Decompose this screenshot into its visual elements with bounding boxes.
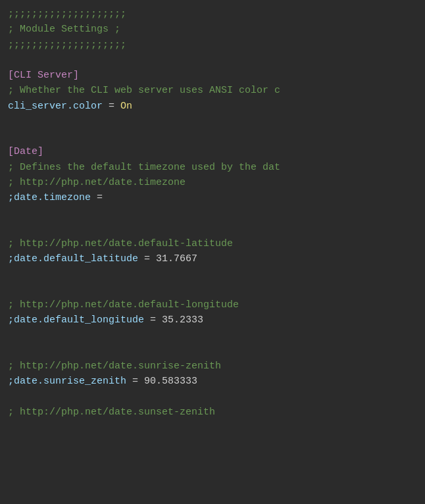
code-line — [8, 53, 417, 68]
code-token: 35.2333 — [162, 315, 203, 326]
code-token: ; Whether the CLI web server uses ANSI c… — [8, 85, 280, 96]
code-line: ;date.sunrise_zenith = 90.583333 — [8, 374, 417, 389]
code-line — [8, 221, 417, 236]
code-token: = — [103, 101, 120, 112]
code-token: cli_server.color — [8, 101, 103, 112]
code-token: ; http://php.net/date.sunset-zenith — [8, 407, 215, 418]
code-token: ;date.sunrise_zenith — [8, 376, 126, 387]
code-token: ;;;;;;;;;;;;;;;;;;;; — [8, 39, 126, 51]
code-token: ;date.timezone — [8, 192, 91, 203]
code-token: ;date.default_longitude — [8, 315, 144, 326]
code-line: ; http://php.net/date.default-latitude — [8, 236, 417, 251]
code-line: ;date.default_latitude = 31.7667 — [8, 251, 417, 266]
code-line: ;;;;;;;;;;;;;;;;;;;; — [8, 38, 417, 53]
code-token: ; Module Settings ; — [8, 24, 120, 35]
code-line: ; Defines the default timezone used by t… — [8, 160, 417, 175]
code-line — [8, 205, 417, 220]
code-line: ;date.default_longitude = 35.2333 — [8, 313, 417, 328]
code-token: = — [138, 253, 156, 265]
code-line — [8, 328, 417, 343]
code-token: = — [126, 376, 144, 387]
code-line: ; Whether the CLI web server uses ANSI c… — [8, 83, 417, 98]
code-token: ; Defines the default timezone used by t… — [8, 162, 280, 173]
code-token: ; http://php.net/date.default-latitude — [8, 238, 233, 249]
code-line: [Date] — [8, 144, 417, 159]
code-token: ;;;;;;;;;;;;;;;;;;;; — [8, 9, 126, 20]
code-line: ; http://php.net/date.default-longitude — [8, 297, 417, 313]
code-token: 90.583333 — [144, 376, 197, 387]
code-line: ; http://php.net/date.sunrise-zenith — [8, 359, 417, 374]
code-line: ;;;;;;;;;;;;;;;;;;;; — [8, 7, 417, 22]
code-token: = — [144, 315, 162, 326]
code-line: ; Module Settings ; — [8, 22, 417, 37]
code-line: ;date.timezone = — [8, 190, 417, 205]
code-line — [8, 282, 417, 297]
code-token: ;date.default_latitude — [8, 253, 138, 265]
code-token: = — [91, 192, 103, 203]
code-line: ; http://php.net/date.timezone — [8, 175, 417, 190]
code-line: ; http://php.net/date.sunset-zenith — [8, 405, 417, 420]
code-token: ; http://php.net/date.sunrise-zenith — [8, 361, 221, 372]
code-line — [8, 389, 417, 404]
code-line: [CLI Server] — [8, 68, 417, 83]
code-line: cli_server.color = On — [8, 99, 417, 114]
code-editor: ;;;;;;;;;;;;;;;;;;;;; Module Settings ;;… — [0, 0, 425, 504]
code-line — [8, 129, 417, 144]
code-line — [8, 266, 417, 282]
code-token: ; http://php.net/date.timezone — [8, 177, 186, 188]
code-token: [Date] — [8, 146, 43, 157]
code-token: 31.7667 — [156, 253, 197, 265]
code-line — [8, 343, 417, 359]
code-token: On — [120, 101, 132, 112]
code-token: [CLI Server] — [8, 70, 79, 81]
code-token: ; http://php.net/date.default-longitude — [8, 299, 239, 311]
code-line — [8, 114, 417, 129]
